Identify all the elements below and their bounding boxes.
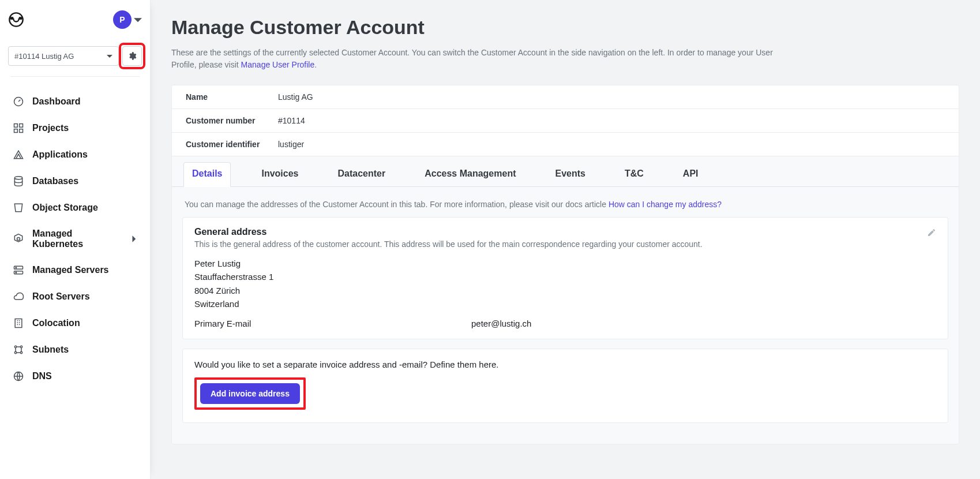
info-value: #10114 (278, 116, 305, 125)
cloud-icon (13, 291, 24, 302)
sidebar-item-label: Subnets (32, 345, 69, 355)
svg-rect-4 (14, 124, 18, 128)
svg-rect-5 (20, 124, 23, 128)
sidebar-item-databases[interactable]: Databases (8, 168, 142, 194)
info-row: Name Lustig AG (172, 85, 959, 108)
sidebar-item-label: Managed Servers (32, 265, 109, 275)
tab-invoices[interactable]: Invoices (253, 162, 307, 186)
svg-rect-14 (15, 319, 22, 328)
svg-rect-2 (19, 17, 22, 20)
database-icon (13, 175, 24, 187)
info-label: Customer identifier (186, 140, 278, 149)
sidebar-item-label: Colocation (32, 318, 80, 328)
page-title: Manage Customer Account (171, 16, 959, 39)
building-icon (13, 317, 24, 329)
account-selector[interactable]: #10114 Lustig AG (8, 46, 119, 66)
email-value: peter@lustig.ch (471, 319, 531, 328)
sidebar-item-label: Databases (32, 176, 78, 186)
manage-user-profile-link[interactable]: Manage User Profile (241, 60, 315, 69)
sidebar-item-managed-kubernetes[interactable]: Managed Kubernetes (8, 221, 142, 257)
user-menu[interactable]: P (113, 10, 142, 29)
svg-point-15 (14, 346, 16, 347)
svg-point-13 (16, 272, 17, 273)
sidebar-item-label: DNS (32, 371, 52, 381)
invoice-prompt: Would you like to set a separate invoice… (194, 360, 936, 369)
svg-point-9 (17, 238, 20, 241)
network-icon (13, 344, 24, 355)
tab-details[interactable]: Details (183, 162, 231, 187)
svg-point-18 (20, 351, 22, 353)
card-desc: This is the general address of the custo… (194, 240, 703, 249)
tab-tc[interactable]: T&C (616, 162, 652, 186)
page-subtitle: These are the settings of the currently … (171, 47, 783, 71)
apps-icon (13, 149, 24, 160)
general-address-card: General address This is the general addr… (182, 217, 948, 339)
sidebar-item-label: Object Storage (32, 203, 98, 213)
sidebar-item-root-servers[interactable]: Root Servers (8, 283, 142, 310)
svg-point-17 (14, 351, 16, 353)
chevron-right-icon (130, 235, 137, 242)
avatar: P (113, 10, 132, 29)
bucket-icon (13, 202, 24, 214)
info-value: Lustig AG (278, 92, 313, 102)
gear-icon (127, 51, 137, 61)
account-settings-button[interactable] (122, 46, 142, 66)
kubernetes-icon (13, 233, 24, 245)
gauge-icon (13, 96, 24, 107)
sidebar: P #10114 Lustig AG Dashboard Project (0, 0, 151, 479)
info-label: Name (186, 92, 278, 102)
docs-link[interactable]: How can I change my address? (609, 200, 722, 209)
server-icon (13, 264, 24, 276)
address-line: 8004 Zürich (194, 284, 936, 297)
sidebar-item-label: Applications (32, 149, 88, 160)
sidebar-item-dashboard[interactable]: Dashboard (8, 88, 142, 115)
svg-point-12 (16, 267, 17, 268)
add-invoice-address-button[interactable]: Add invoice address (200, 383, 300, 404)
edit-icon[interactable] (927, 228, 936, 237)
sidebar-item-label: Root Servers (32, 291, 90, 302)
sidebar-item-projects[interactable]: Projects (8, 115, 142, 141)
chevron-down-icon (134, 16, 142, 24)
info-value: lustiger (278, 140, 304, 149)
tab-access-management[interactable]: Access Management (416, 162, 524, 186)
sidebar-item-label: Dashboard (32, 96, 81, 107)
sidebar-item-object-storage[interactable]: Object Storage (8, 194, 142, 221)
info-row: Customer number #10114 (172, 108, 959, 132)
card-title: General address (194, 227, 703, 237)
sidebar-item-label: Projects (32, 123, 69, 133)
address-line: Switzerland (194, 297, 936, 310)
info-label: Customer number (186, 116, 278, 125)
tabs: Details Invoices Datacenter Access Manag… (172, 156, 959, 187)
tab-datacenter[interactable]: Datacenter (329, 162, 395, 186)
address-line: Peter Lustig (194, 257, 936, 270)
sidebar-item-colocation[interactable]: Colocation (8, 310, 142, 336)
info-table: Name Lustig AG Customer number #10114 Cu… (172, 85, 959, 156)
brand-logo (8, 12, 24, 28)
sidebar-item-dns[interactable]: DNS (8, 363, 142, 390)
main: Manage Customer Account These are the se… (151, 0, 980, 479)
sidebar-item-label: Managed Kubernetes (32, 229, 122, 249)
sidebar-item-applications[interactable]: Applications (8, 141, 142, 168)
tab-events[interactable]: Events (547, 162, 594, 186)
tab-help: You can manage the addresses of the Cust… (182, 196, 948, 217)
sidebar-item-managed-servers[interactable]: Managed Servers (8, 257, 142, 283)
svg-rect-6 (14, 129, 18, 133)
svg-point-16 (20, 346, 22, 347)
globe-icon (13, 371, 24, 382)
info-row: Customer identifier lustiger (172, 132, 959, 156)
account-panel: Name Lustig AG Customer number #10114 Cu… (171, 85, 959, 444)
svg-rect-1 (10, 17, 14, 20)
grid-icon (13, 122, 24, 134)
svg-rect-7 (20, 129, 23, 133)
sidebar-item-subnets[interactable]: Subnets (8, 336, 142, 363)
email-label: Primary E-mail (194, 319, 471, 328)
tab-api[interactable]: API (674, 162, 707, 186)
invoice-address-card: Would you like to set a separate invoice… (182, 349, 948, 423)
address-line: Stauffacherstrasse 1 (194, 270, 936, 283)
svg-point-8 (14, 177, 22, 179)
nav: Dashboard Projects Applications Database… (8, 88, 142, 390)
